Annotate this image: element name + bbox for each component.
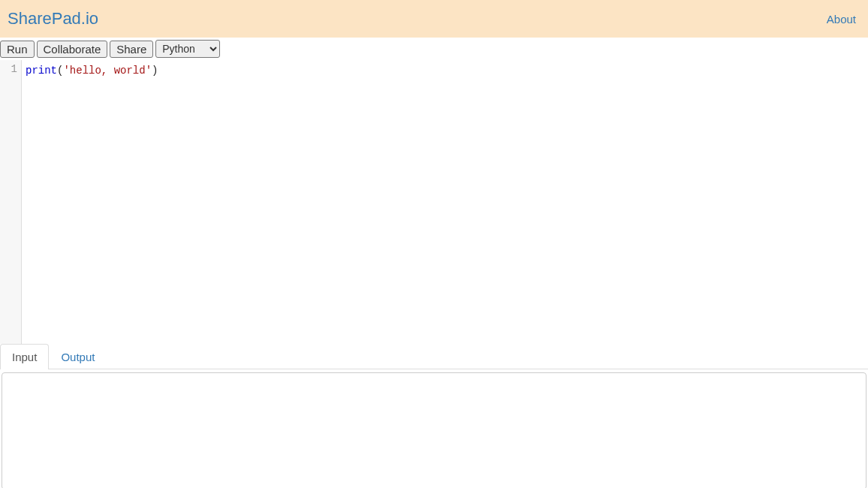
tab-output[interactable]: Output: [49, 344, 107, 369]
collaborate-button[interactable]: Collaborate: [37, 41, 108, 58]
run-button[interactable]: Run: [0, 41, 35, 58]
code-area[interactable]: print('hello, world'): [22, 60, 868, 344]
share-button[interactable]: Share: [110, 41, 153, 58]
io-tabs: Input Output: [0, 344, 868, 369]
code-line: print('hello, world'): [26, 63, 868, 78]
code-editor[interactable]: 1 print('hello, world'): [0, 60, 868, 344]
input-panel[interactable]: [2, 372, 866, 488]
io-tabs-container: Input Output: [0, 344, 868, 488]
toolbar: Run Collaborate Share Python: [0, 38, 868, 60]
line-number: 1: [0, 63, 17, 75]
code-paren-close: ): [152, 65, 158, 77]
header: SharePad.io About: [0, 0, 868, 38]
brand-link[interactable]: SharePad.io: [8, 9, 98, 29]
tab-input[interactable]: Input: [0, 344, 49, 369]
about-link[interactable]: About: [827, 13, 856, 26]
code-keyword: print: [26, 65, 57, 77]
editor-gutter: 1: [0, 60, 22, 344]
language-select[interactable]: Python: [155, 40, 220, 58]
code-string: 'hello, world': [63, 65, 152, 77]
